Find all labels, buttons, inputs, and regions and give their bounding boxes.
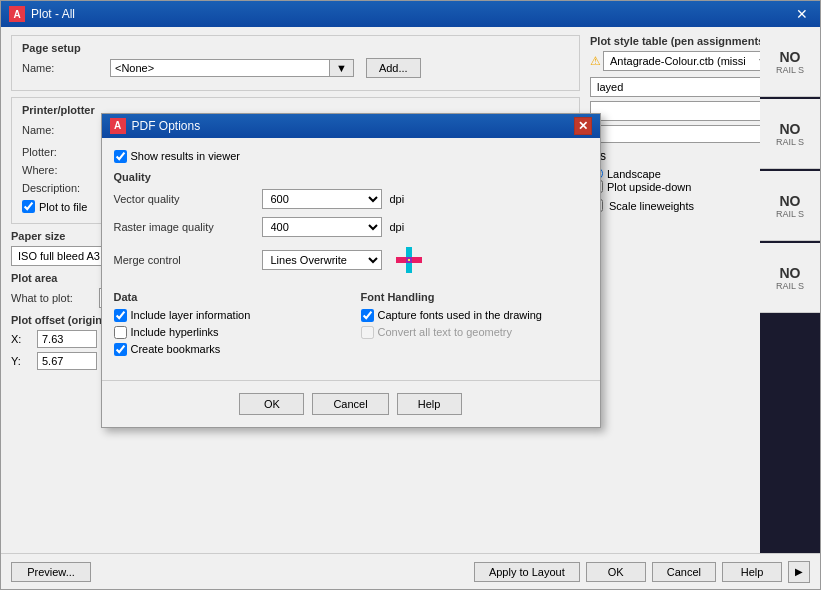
dialog-help-button[interactable]: Help [397, 393, 462, 415]
merge-control-row: Merge control Lines Overwrite Lines Merg… [114, 245, 588, 275]
include-layer-checkbox[interactable] [114, 309, 127, 322]
include-hyperlinks-label: Include hyperlinks [131, 326, 219, 338]
include-hyperlinks-row: Include hyperlinks [114, 326, 341, 339]
autocad-icon: A [9, 6, 25, 22]
x-input[interactable] [37, 330, 97, 348]
x-label: X: [11, 333, 31, 345]
page-setup-section: Page setup Name: ▼ Add... [11, 35, 580, 91]
data-font-cols: Data Include layer information Include h… [114, 283, 588, 360]
show-results-checkbox[interactable] [114, 150, 127, 163]
pdf-options-dialog: A PDF Options ✕ Show results in viewer Q… [101, 113, 601, 428]
dialog-autocad-icon: A [110, 118, 126, 134]
merge-control-label: Merge control [114, 254, 254, 266]
show-results-row: Show results in viewer [114, 150, 588, 163]
create-bookmarks-checkbox[interactable] [114, 343, 127, 356]
ok-button[interactable]: OK [586, 562, 646, 582]
raster-quality-unit: dpi [390, 221, 405, 233]
rail-block-2: NO RAIL S [760, 99, 820, 169]
vector-quality-unit: dpi [390, 193, 405, 205]
show-results-label: Show results in viewer [131, 150, 240, 162]
dialog-cancel-button[interactable]: Cancel [312, 393, 388, 415]
plot-upside-label: Plot upside-down [607, 181, 691, 193]
vector-quality-label: Vector quality [114, 193, 254, 205]
rail-sub-3: RAIL S [776, 209, 804, 219]
what-to-plot-label: What to plot: [11, 292, 91, 304]
vector-quality-row: Vector quality 600 1200 800 400 200 100 … [114, 189, 588, 209]
quality-section-title: Quality [114, 171, 588, 183]
desc-label: Description: [22, 182, 102, 194]
window-close-button[interactable]: ✕ [792, 6, 812, 22]
dialog-title-bar: A PDF Options ✕ [102, 114, 600, 138]
raster-quality-label: Raster image quality [114, 221, 254, 233]
rail-sub-1: RAIL S [776, 65, 804, 75]
rail-text-4: NO [780, 265, 801, 281]
scroll-button[interactable]: ▶ [788, 561, 810, 583]
cancel-button[interactable]: Cancel [652, 562, 716, 582]
rail-text-1: NO [780, 49, 801, 65]
preview-button[interactable]: Preview... [11, 562, 91, 582]
where-label: Where: [22, 164, 102, 176]
apply-to-layout-button[interactable]: Apply to Layout [474, 562, 580, 582]
raster-quality-select[interactable]: 400 600 200 100 [262, 217, 382, 237]
merge-icon [394, 245, 424, 275]
data-section-title: Data [114, 291, 341, 303]
title-bar-left: A Plot - All [9, 6, 75, 22]
page-setup-add-button[interactable]: Add... [366, 58, 421, 78]
rail-sub-4: RAIL S [776, 281, 804, 291]
warning-icon: ⚠ [590, 54, 601, 68]
vector-quality-select[interactable]: 600 1200 800 400 200 100 [262, 189, 382, 209]
rail-block-4: NO RAIL S [760, 243, 820, 313]
plot-to-file-label: Plot to file [39, 201, 87, 213]
landscape-label: Landscape [607, 168, 661, 180]
plotter-label: Plotter: [22, 146, 102, 158]
dialog-title: PDF Options [132, 119, 201, 133]
bottom-bar: Preview... Apply to Layout OK Cancel Hel… [1, 553, 820, 589]
convert-text-label: Convert all text to geometry [378, 326, 513, 338]
capture-fonts-label: Capture fonts used in the drawing [378, 309, 543, 321]
right-strip: NO RAIL S NO RAIL S NO RAIL S NO RAIL S [760, 27, 820, 553]
window-title: Plot - All [31, 7, 75, 21]
printer-name-label: Name: [22, 124, 102, 136]
convert-text-checkbox[interactable] [361, 326, 374, 339]
dialog-content: Show results in viewer Quality Vector qu… [102, 138, 600, 372]
page-setup-label: Page setup [22, 42, 569, 54]
rail-sub-2: RAIL S [776, 137, 804, 147]
include-layer-row: Include layer information [114, 309, 341, 322]
capture-fonts-row: Capture fonts used in the drawing [361, 309, 588, 322]
svg-rect-3 [408, 259, 410, 261]
page-setup-name-input[interactable] [110, 59, 330, 77]
merge-control-select[interactable]: Lines Overwrite Lines Merge [262, 250, 382, 270]
data-col: Data Include layer information Include h… [114, 283, 341, 360]
plot-style-select[interactable]: Antagrade-Colour.ctb (missi [603, 51, 773, 71]
main-window: A Plot - All ✕ Page setup Name: ▼ Add... [0, 0, 821, 590]
font-col: Font Handling Capture fonts used in the … [361, 283, 588, 360]
include-hyperlinks-checkbox[interactable] [114, 326, 127, 339]
page-setup-dropdown-btn[interactable]: ▼ [330, 59, 354, 77]
include-layer-label: Include layer information [131, 309, 251, 321]
dialog-title-left: A PDF Options [110, 118, 201, 134]
dialog-ok-button[interactable]: OK [239, 393, 304, 415]
raster-quality-row: Raster image quality 400 600 200 100 dpi [114, 217, 588, 237]
title-bar: A Plot - All ✕ [1, 1, 820, 27]
plot-to-file-checkbox[interactable] [22, 200, 35, 213]
rail-text-3: NO [780, 193, 801, 209]
capture-fonts-checkbox[interactable] [361, 309, 374, 322]
rail-block-3: NO RAIL S [760, 171, 820, 241]
create-bookmarks-label: Create bookmarks [131, 343, 221, 355]
dialog-close-button[interactable]: ✕ [574, 117, 592, 135]
rail-text-2: NO [780, 121, 801, 137]
scale-lineweights-label: Scale lineweights [609, 200, 694, 212]
create-bookmarks-row: Create bookmarks [114, 343, 341, 356]
page-setup-name-label: Name: [22, 62, 102, 74]
rail-block-1: NO RAIL S [760, 27, 820, 97]
y-label: Y: [11, 355, 31, 367]
y-input[interactable] [37, 352, 97, 370]
dialog-buttons: OK Cancel Help [102, 380, 600, 427]
convert-text-row: Convert all text to geometry [361, 326, 588, 339]
font-section-title: Font Handling [361, 291, 588, 303]
page-setup-name-row: Name: ▼ Add... [22, 58, 569, 78]
page-setup-combo: ▼ [110, 59, 354, 77]
help-button[interactable]: Help [722, 562, 782, 582]
